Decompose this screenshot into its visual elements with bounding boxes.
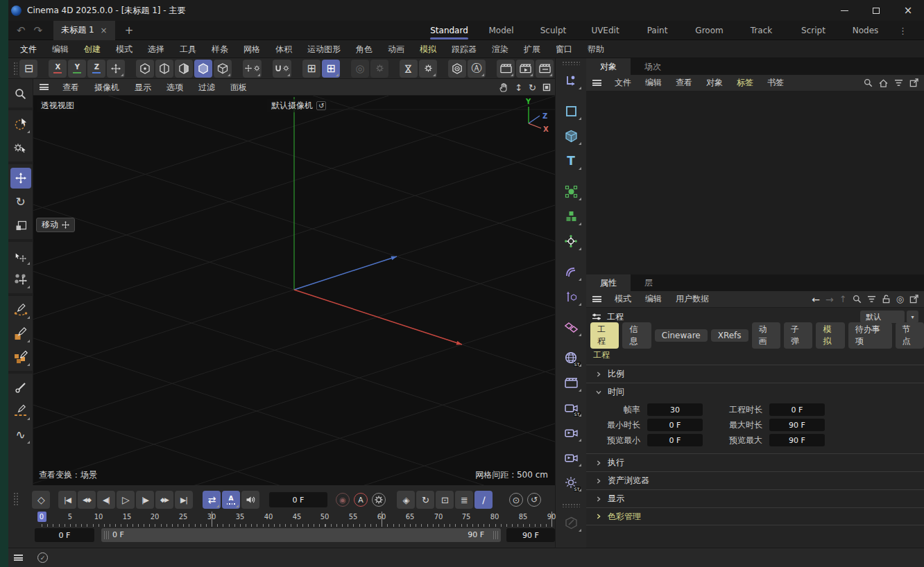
layout-tab-sculpt[interactable]: Sculpt — [527, 21, 579, 40]
scale-tool[interactable] — [10, 215, 31, 236]
range-right-grip[interactable] — [493, 531, 498, 539]
prev-key-button[interactable]: ◀◆ — [78, 491, 96, 509]
menu-mode[interactable]: 模式 — [108, 40, 140, 58]
group-scale[interactable]: 比例 — [586, 365, 924, 383]
am-menu-userdata[interactable]: 用户数据 — [669, 293, 716, 305]
om-filter-icon[interactable] — [894, 79, 903, 87]
menu-edit[interactable]: 编辑 — [44, 40, 76, 58]
volume-builder-icon[interactable] — [559, 206, 583, 227]
record-keyframe-button[interactable]: ◇ — [32, 491, 50, 509]
stage-icon[interactable] — [559, 372, 583, 393]
am-target-icon[interactable]: ◎ — [896, 294, 904, 304]
rotate-tool[interactable]: ↻ — [10, 191, 31, 212]
model-mode-button[interactable] — [194, 60, 212, 78]
symmetry-button[interactable]: ⋈ — [400, 60, 418, 78]
goto-start-button[interactable]: |◀ — [58, 491, 76, 509]
dolly-icon[interactable]: ↕ — [515, 82, 522, 93]
chip-nodes[interactable]: 节点 — [896, 322, 924, 349]
texture-mode-button[interactable] — [214, 60, 232, 78]
menu-render[interactable]: 渲染 — [484, 40, 516, 58]
spline-smooth-tool[interactable]: ∿ — [10, 424, 31, 445]
menu-tracker[interactable]: 跟踪器 — [444, 40, 484, 58]
project-duration-field[interactable]: 0 F — [769, 403, 825, 416]
close-tab-icon[interactable]: × — [101, 26, 108, 35]
pivot-mode-button[interactable]: ↺ — [527, 493, 541, 507]
layout-tab-script[interactable]: Script — [787, 21, 839, 40]
camera-switch-icon[interactable]: ↺ — [316, 101, 326, 110]
am-hamburger-icon[interactable] — [592, 296, 601, 302]
polygons-mode-button[interactable] — [175, 60, 193, 78]
bend-deformer-icon[interactable] — [559, 261, 583, 282]
live-selection-tool[interactable] — [10, 114, 31, 134]
next-frame-button[interactable]: |▶ — [136, 491, 154, 509]
undo-button[interactable]: ↶ — [17, 24, 26, 37]
camera-name-label[interactable]: 默认摄像机 ↺ — [267, 99, 330, 112]
light-icon[interactable]: ST — [559, 472, 583, 493]
timeline-ruler[interactable] — [42, 524, 553, 527]
am-forward-icon[interactable]: → — [825, 294, 834, 305]
layout-tab-uvedit[interactable]: UVEdit — [579, 21, 631, 40]
next-key-button[interactable]: ◆▶ — [155, 491, 173, 509]
menu-help[interactable]: 帮助 — [580, 40, 612, 58]
menu-tools[interactable]: 工具 — [172, 40, 204, 58]
pan-hand-icon[interactable] — [499, 82, 508, 92]
lock-x-axis-button[interactable]: X — [49, 60, 67, 78]
prev-frame-button[interactable]: ◀| — [97, 491, 115, 509]
preview-range-button[interactable]: A — [222, 491, 240, 509]
am-filter-icon[interactable] — [867, 295, 876, 303]
max-time-field[interactable]: 90 F — [769, 419, 825, 431]
key-rotation-button[interactable]: ↻ — [416, 491, 434, 509]
current-frame-field[interactable]: 0 F — [269, 492, 327, 507]
toolbar-drag-handle[interactable] — [13, 62, 17, 76]
viewport-menu-options[interactable]: 选项 — [159, 79, 191, 96]
preview-range-slider[interactable]: 0 F 90 F — [101, 528, 501, 542]
record-button[interactable]: ◉ — [336, 493, 350, 507]
object-list-area[interactable] — [586, 91, 924, 274]
render-active-object-button[interactable]: Ⓐ — [468, 60, 486, 78]
group-display[interactable]: 显示 — [586, 489, 924, 507]
snap-button[interactable] — [273, 60, 291, 78]
chip-bullet[interactable]: 子弹 — [784, 322, 812, 349]
layout-tab-model[interactable]: Model — [475, 21, 527, 40]
menu-extensions[interactable]: 扩展 — [516, 40, 548, 58]
spline-pen-icon[interactable] — [559, 70, 583, 91]
am-back-icon[interactable]: ← — [812, 294, 820, 305]
tab-attributes[interactable]: 属性 — [586, 274, 631, 291]
sound-button[interactable] — [241, 491, 259, 509]
min-time-field[interactable]: 0 F — [647, 419, 703, 431]
new-tab-button[interactable]: + — [125, 24, 134, 37]
key-filter-button[interactable]: ∕ — [474, 491, 493, 509]
subdivision-surface-icon[interactable] — [559, 181, 583, 202]
menu-character[interactable]: 角色 — [348, 40, 380, 58]
move-tool[interactable] — [10, 168, 31, 189]
am-up-icon[interactable]: ↑ — [839, 294, 847, 304]
knife-tool[interactable] — [10, 377, 31, 398]
range-left-grip[interactable] — [104, 531, 109, 539]
viewport-solo-button[interactable] — [448, 60, 466, 78]
om-menu-edit[interactable]: 编辑 — [638, 77, 669, 89]
om-menu-file[interactable]: 文件 — [608, 77, 638, 89]
menu-file[interactable]: 文件 — [12, 40, 44, 58]
menu-simulate[interactable]: 模拟 — [412, 40, 444, 58]
material-editor-icon[interactable] — [559, 512, 583, 533]
quantize-lock-button[interactable]: ⊞ — [322, 60, 340, 78]
menu-animate[interactable]: 动画 — [380, 40, 412, 58]
spline-primitive-pen-tool[interactable] — [10, 323, 31, 344]
keying-settings-button[interactable] — [372, 493, 386, 507]
range-start-field[interactable]: 0 F — [35, 528, 94, 542]
render-picture-viewer-button[interactable] — [516, 60, 534, 78]
chip-cineware[interactable]: Cineware — [655, 329, 708, 342]
menu-select[interactable]: 选择 — [140, 40, 172, 58]
axis-gizmo[interactable]: Y Z X — [517, 97, 549, 136]
tab-takes[interactable]: 场次 — [631, 58, 675, 75]
cube-primitive-icon[interactable] — [559, 125, 583, 146]
key-parameter-button[interactable]: ≣ — [455, 491, 473, 509]
quantize-button[interactable]: ⊞ — [302, 60, 320, 78]
render-settings-button[interactable] — [536, 60, 554, 78]
am-search-icon[interactable] — [853, 295, 862, 304]
menu-mograph[interactable]: 运动图形 — [300, 40, 348, 58]
axis-field-icon[interactable] — [559, 286, 583, 307]
menu-create[interactable]: 创建 — [76, 40, 108, 58]
viewport-menu-filter[interactable]: 过滤 — [191, 79, 223, 96]
spline-pen-tool[interactable] — [10, 299, 31, 320]
